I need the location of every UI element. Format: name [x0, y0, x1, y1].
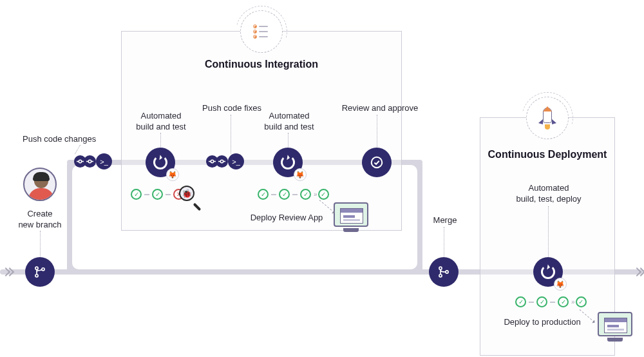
terminal-icon: >_ [100, 158, 108, 166]
chevron-double-icon: » [571, 298, 573, 305]
pass-step-icon: ✓ [258, 189, 269, 200]
rocket-icon [540, 108, 555, 128]
auto-build-test-2-label: Automated build and test [261, 111, 317, 133]
push-fixes-label: Push code fixes [193, 103, 270, 114]
svg-point-16 [439, 267, 442, 269]
gitlab-icon: 🦊 [554, 278, 567, 291]
svg-point-2 [42, 268, 44, 271]
commit-node [216, 155, 228, 168]
dotted-line [40, 231, 41, 256]
create-branch-node [25, 257, 55, 287]
terminal-node: >_ [96, 153, 112, 169]
svg-point-6 [88, 160, 91, 162]
svg-point-3 [79, 160, 81, 162]
svg-point-1 [35, 275, 38, 277]
push-changes-label: Push code changes [23, 134, 113, 145]
branch-icon [33, 265, 46, 278]
review-approve-label: Review and approve [335, 103, 425, 114]
commit-icon [77, 158, 84, 165]
svg-point-15 [372, 157, 383, 168]
create-branch-label: Create new branch [14, 209, 66, 231]
dotted-line [160, 133, 161, 147]
cicd-diagram: Continuous Integration Continuous Deploy… [0, 0, 644, 357]
pass-step-icon: ✓ [152, 189, 163, 200]
developer-avatar-icon [23, 168, 57, 201]
dotted-line [548, 206, 549, 256]
terminal-node: >_ [228, 153, 244, 169]
production-monitor-icon [598, 312, 632, 342]
gitlab-icon: 🦊 [166, 168, 179, 181]
ci-badge-icon [240, 10, 283, 53]
pass-step-icon: ✓ [558, 296, 569, 307]
ci-title: Continuous Integration [122, 59, 401, 70]
automated-build-test-deploy-node: 🦊 [533, 257, 563, 287]
pass-step-icon: ✓ [515, 296, 526, 307]
checklist-icon [253, 23, 270, 40]
terminal-icon: >_ [232, 158, 240, 166]
cycle-icon [153, 155, 167, 169]
commit-icon [209, 158, 216, 165]
pass-step-icon: ✓ [131, 189, 142, 200]
deploy-review-app-label: Deploy Review App [238, 213, 335, 224]
pass-step-icon: ✓ [318, 189, 329, 200]
merge-label: Merge [430, 215, 460, 226]
cd-title: Continuous Deployment [480, 149, 614, 160]
merge-icon [437, 265, 450, 278]
cycle-icon [541, 265, 555, 279]
svg-point-18 [446, 271, 448, 273]
dotted-line [231, 115, 231, 153]
gitlab-icon: 🦊 [294, 168, 307, 181]
cd-run-steps: ✓ ✓ ✓ » ✓ [515, 296, 587, 307]
pass-step-icon: ✓ [576, 296, 587, 307]
pass-step-icon: ✓ [536, 296, 547, 307]
pass-step-icon: ✓ [300, 189, 311, 200]
merge-node [429, 257, 459, 287]
svg-point-12 [220, 160, 223, 162]
auto-build-test-deploy-label: Automated build, test, deploy [509, 183, 589, 205]
dotted-line [377, 115, 377, 147]
automated-build-test-node-1: 🦊 [146, 148, 175, 177]
check-circle-icon [370, 155, 384, 169]
cycle-icon [281, 155, 295, 169]
commit-icon [218, 158, 225, 165]
cd-badge-icon [526, 97, 569, 139]
dotted-line [288, 133, 289, 147]
pass-step-icon: ✓ [279, 189, 290, 200]
ci-run-2-steps: ✓ ✓ ✓ » ✓ [258, 189, 329, 200]
bug-magnifier-icon: 🐞 [179, 186, 198, 205]
auto-build-test-1-label: Automated build and test [134, 111, 188, 133]
dotted-line [75, 145, 80, 154]
automated-build-test-node-2: 🦊 [273, 148, 303, 177]
dotted-line [444, 227, 444, 256]
commit-node [84, 155, 96, 168]
review-app-monitor-icon [334, 202, 368, 232]
svg-point-17 [439, 275, 442, 277]
svg-point-9 [211, 160, 213, 162]
review-approve-node [362, 148, 392, 177]
chevron-double-icon: » [314, 191, 316, 198]
commit-icon [86, 158, 93, 165]
deploy-production-label: Deploy to production [491, 317, 594, 328]
ci-run-1-steps: ✓ ✓ ✕ [131, 189, 184, 200]
svg-point-0 [35, 267, 38, 269]
